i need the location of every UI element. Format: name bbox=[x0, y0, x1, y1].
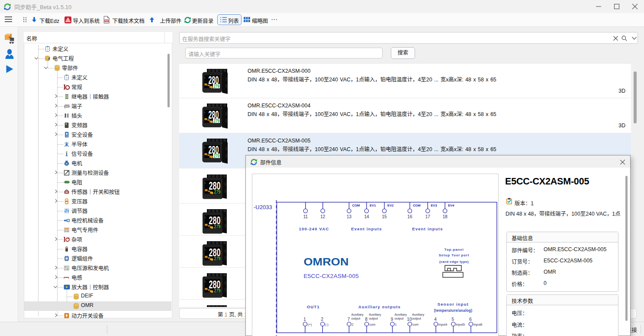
svg-text:279: 279 bbox=[214, 224, 221, 229]
svg-text:Setup Tool port: Setup Tool port bbox=[439, 253, 470, 257]
svg-text:L: L bbox=[204, 76, 206, 79]
svg-text:2: 2 bbox=[352, 323, 354, 326]
svg-text:5: 5 bbox=[452, 317, 454, 322]
svg-text:PDF: PDF bbox=[105, 20, 109, 22]
svg-text:COM: COM bbox=[413, 204, 421, 207]
svg-text:L: L bbox=[204, 146, 206, 149]
svg-text:-U2033: -U2033 bbox=[254, 204, 272, 210]
svg-text:E5CC-CX2ASM-005: E5CC-CX2ASM-005 bbox=[304, 273, 359, 279]
svg-text:279: 279 bbox=[214, 118, 219, 123]
svg-text:1: 1 bbox=[303, 317, 306, 322]
svg-text:EV4: EV4 bbox=[448, 204, 454, 207]
svg-text:100-240 VAC: 100-240 VAC bbox=[299, 226, 329, 231]
svg-text:9: 9 bbox=[391, 317, 393, 322]
svg-text:279: 279 bbox=[214, 256, 221, 261]
svg-text:input4: input4 bbox=[438, 323, 447, 326]
svg-text:4: 4 bbox=[434, 317, 437, 322]
svg-text:COM: COM bbox=[352, 204, 360, 207]
svg-text:17: 17 bbox=[425, 214, 431, 219]
svg-text:input5: input5 bbox=[456, 323, 464, 326]
svg-text:7: 7 bbox=[348, 317, 350, 322]
svg-text:Top-panel: Top-panel bbox=[444, 248, 464, 252]
svg-text:(card edge type): (card edge type) bbox=[439, 260, 469, 264]
svg-text:13: 13 bbox=[347, 214, 352, 219]
svg-text:(temperature/analog): (temperature/analog) bbox=[434, 308, 473, 313]
svg-text:?: ? bbox=[47, 48, 48, 51]
svg-text:?: ? bbox=[66, 77, 68, 80]
svg-text:16: 16 bbox=[407, 214, 412, 219]
svg-text:279: 279 bbox=[214, 153, 219, 158]
svg-text:L: L bbox=[204, 111, 206, 113]
svg-text:A: A bbox=[67, 19, 69, 22]
svg-text:Auxiliary: Auxiliary bbox=[412, 313, 425, 317]
svg-text:output: output bbox=[351, 317, 361, 320]
svg-text:output: output bbox=[412, 317, 422, 320]
svg-text:10: 10 bbox=[407, 317, 412, 322]
svg-text:(+): (+) bbox=[308, 323, 312, 326]
svg-text:L: L bbox=[205, 216, 206, 219]
svg-text:EV3: EV3 bbox=[431, 204, 437, 207]
svg-text:8: 8 bbox=[365, 317, 367, 322]
svg-text:Auxiliary: Auxiliary bbox=[369, 313, 381, 317]
svg-text:L: L bbox=[205, 248, 206, 251]
svg-text:com: com bbox=[369, 323, 375, 326]
svg-text:(-): (-) bbox=[325, 323, 328, 326]
svg-text:Sensor input: Sensor input bbox=[438, 302, 469, 307]
svg-text:18: 18 bbox=[443, 214, 448, 219]
svg-text:Event inputs: Event inputs bbox=[351, 226, 382, 231]
svg-text:2: 2 bbox=[321, 317, 324, 322]
svg-text:6: 6 bbox=[469, 317, 472, 322]
svg-text:com: com bbox=[412, 323, 419, 326]
svg-text:279: 279 bbox=[214, 84, 219, 89]
svg-text:OMRON: OMRON bbox=[304, 256, 349, 268]
svg-text:input6: input6 bbox=[473, 323, 482, 326]
svg-text:11: 11 bbox=[303, 214, 308, 219]
svg-text:OUT1: OUT1 bbox=[307, 304, 320, 309]
svg-text:L: L bbox=[205, 280, 206, 283]
svg-text:Auxiliary: Auxiliary bbox=[351, 313, 364, 317]
svg-text:Auxiliary outputs: Auxiliary outputs bbox=[358, 304, 401, 309]
svg-text:L: L bbox=[205, 181, 206, 184]
svg-text:EV1: EV1 bbox=[370, 204, 376, 207]
svg-text:Auxiliary: Auxiliary bbox=[395, 313, 407, 317]
svg-text:output: output bbox=[369, 317, 378, 320]
svg-text:12: 12 bbox=[320, 214, 325, 219]
svg-text:1: 1 bbox=[395, 323, 397, 326]
svg-text:output: output bbox=[395, 317, 404, 320]
svg-text:14: 14 bbox=[364, 214, 369, 219]
svg-text:279: 279 bbox=[214, 288, 221, 293]
svg-text:EV2: EV2 bbox=[387, 204, 393, 207]
svg-text:15: 15 bbox=[382, 214, 387, 219]
svg-text:Event inputs: Event inputs bbox=[412, 226, 443, 231]
svg-text:279: 279 bbox=[214, 189, 221, 194]
